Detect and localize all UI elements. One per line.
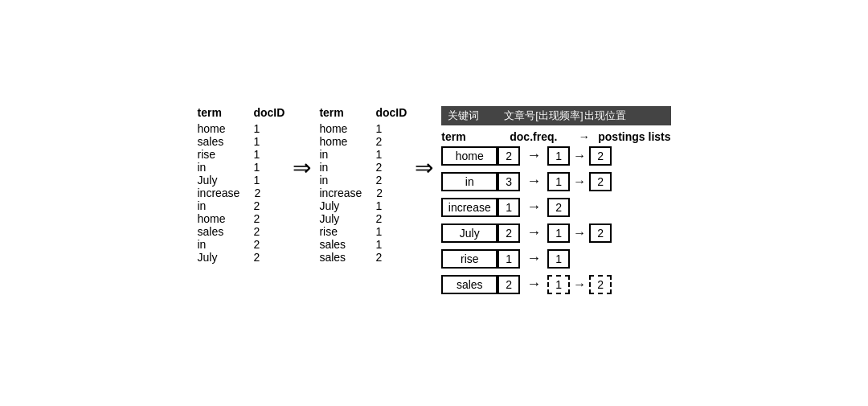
- dict-term-home: home: [441, 146, 497, 166]
- post-in-1: 1: [547, 172, 570, 191]
- posting-chain-home: 1 → 2: [547, 146, 612, 166]
- post-increase-2: 2: [547, 198, 570, 217]
- posting-chain-rise: 1: [547, 249, 570, 269]
- post-sales-2: 2: [589, 275, 612, 294]
- list-item: in2: [197, 199, 285, 212]
- post-july-2: 2: [589, 224, 612, 243]
- row-arrow-in: →: [520, 173, 547, 190]
- dict-header-bar: 关键词 文章号[出现频率] 出现位置: [441, 106, 670, 125]
- list-item: July2: [319, 212, 407, 225]
- list-item: in1: [197, 161, 285, 174]
- list-item: sales1: [319, 238, 407, 251]
- dict-freq-increase: 1: [497, 198, 520, 217]
- post-home-1: 1: [547, 146, 570, 166]
- header-freq: 文章号[出现频率]: [504, 109, 584, 123]
- list-item: July1: [319, 199, 407, 212]
- main-container: term docID home1 sales1 rise1 in1 July1 …: [181, 90, 686, 317]
- dict-term-rise: rise: [441, 249, 497, 269]
- list-item: home2: [319, 135, 407, 148]
- dict-freq-july: 2: [497, 224, 520, 243]
- dict-freq-rise: 1: [497, 249, 520, 269]
- posting-chain-increase: 2: [547, 198, 570, 217]
- col-freq-label: doc.freq.: [510, 130, 566, 143]
- list-item: home2: [197, 212, 285, 225]
- raw2-docid-header: docID: [375, 106, 407, 119]
- posting-chain-july: 1 → 2: [547, 224, 612, 243]
- posting-chain-in: 1 → 2: [547, 172, 612, 191]
- chain-arrow-in: →: [570, 174, 589, 189]
- raw1-term-header: term: [197, 106, 239, 119]
- list-item: July1: [197, 174, 285, 187]
- raw-list-1-header: term docID: [197, 106, 285, 119]
- col-term-label: term: [441, 130, 510, 143]
- col-postings-label: postings lists: [598, 130, 670, 143]
- row-arrow-rise: →: [520, 250, 547, 267]
- list-item: in2: [319, 161, 407, 174]
- dict-section: 关键词 文章号[出现频率] 出现位置 term doc.freq. → post…: [441, 106, 670, 301]
- dict-row-increase: increase 1 → 2: [441, 198, 670, 217]
- dict-term-in: in: [441, 172, 497, 191]
- raw-list-2-header: term docID: [319, 106, 407, 119]
- list-item: increase2: [197, 187, 285, 199]
- list-item: increase2: [319, 187, 407, 199]
- dict-term-sales: sales: [441, 275, 497, 294]
- dict-row-rise: rise 1 → 1: [441, 249, 670, 269]
- post-rise-1: 1: [547, 249, 570, 269]
- dict-term-july: July: [441, 224, 497, 243]
- list-item: home1: [319, 122, 407, 135]
- list-item: rise1: [319, 225, 407, 238]
- chain-arrow-sales: →: [570, 277, 589, 292]
- raw1-docid-header: docID: [253, 106, 285, 119]
- list-item: home1: [197, 122, 285, 135]
- dict-row-sales: sales 2 → 1 → 2: [441, 275, 670, 294]
- chain-arrow-home: →: [570, 149, 589, 163]
- raw2-term-header: term: [319, 106, 361, 119]
- dict-row-in: in 3 → 1 → 2: [441, 172, 670, 191]
- row-arrow-july: →: [520, 224, 547, 241]
- post-home-2: 2: [589, 146, 612, 166]
- list-item: sales1: [197, 135, 285, 148]
- dict-freq-in: 3: [497, 172, 520, 191]
- header-keyword: 关键词: [448, 109, 504, 123]
- header-position: 出现位置: [584, 109, 649, 123]
- arrow-2: ⇒: [407, 154, 441, 181]
- list-item: sales2: [319, 251, 407, 264]
- list-item: in1: [319, 148, 407, 161]
- row-arrow-home: →: [520, 147, 547, 164]
- raw-list-1: term docID home1 sales1 rise1 in1 July1 …: [197, 106, 285, 264]
- row-arrow-sales: →: [520, 276, 547, 293]
- post-july-1: 1: [547, 224, 570, 243]
- arrow-1: ⇒: [285, 154, 319, 181]
- dict-row-home: home 2 → 1 → 2: [441, 146, 670, 166]
- dict-term-increase: increase: [441, 198, 497, 217]
- dict-freq-home: 2: [497, 146, 520, 166]
- dict-columns-header: term doc.freq. → postings lists: [441, 130, 670, 143]
- dict-row-july: July 2 → 1 → 2: [441, 224, 670, 243]
- chain-arrow-july: →: [570, 226, 589, 240]
- list-item: July2: [197, 251, 285, 264]
- post-in-2: 2: [589, 172, 612, 191]
- post-sales-1: 1: [547, 275, 570, 294]
- list-item: in2: [197, 238, 285, 251]
- posting-chain-sales: 1 → 2: [547, 275, 612, 294]
- dict-freq-sales: 2: [497, 275, 520, 294]
- col-arrow-label: →: [566, 130, 598, 143]
- row-arrow-increase: →: [520, 199, 547, 215]
- list-item: sales2: [197, 225, 285, 238]
- list-item: rise1: [197, 148, 285, 161]
- raw-list-2: term docID home1 home2 in1 in2 in2 incre…: [319, 106, 407, 264]
- list-item: in2: [319, 174, 407, 187]
